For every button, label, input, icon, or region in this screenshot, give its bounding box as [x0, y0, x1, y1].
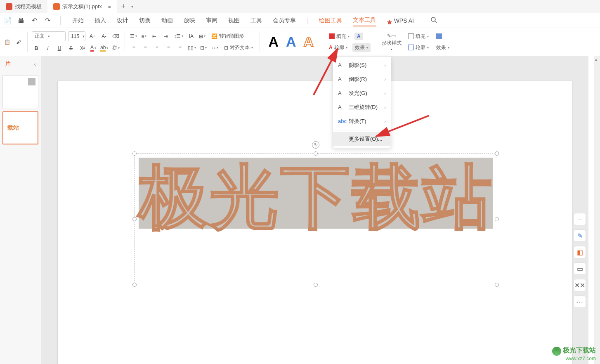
shape-effect-dd[interactable]: 效果▾ — [434, 43, 452, 52]
font-name-select[interactable]: 正文▾ — [32, 31, 66, 41]
spacing-icon[interactable]: ↔▾ — [210, 43, 219, 52]
screen-icon[interactable]: ▭ — [574, 262, 586, 275]
align-right-icon[interactable]: ≡ — [152, 43, 161, 52]
wps-ai-button[interactable]: WPS AI — [387, 14, 414, 27]
panel-tab[interactable]: 片 — [5, 60, 11, 68]
redo-icon[interactable]: ↷ — [43, 16, 52, 25]
tab-slideshow[interactable]: 放映 — [184, 15, 195, 26]
menu-reflection[interactable]: A倒影(R)› — [333, 72, 391, 86]
collapse-icon[interactable]: ‹ — [34, 61, 36, 67]
tab-view[interactable]: 视图 — [228, 15, 240, 26]
menu-glow[interactable]: A发光(G)› — [333, 86, 391, 100]
text-effect-dd[interactable]: 效果▾ — [352, 43, 371, 52]
print-icon[interactable]: 🖶 — [17, 16, 26, 25]
highlight-icon[interactable]: ab▾ — [99, 44, 109, 53]
indent-inc-icon[interactable]: ⇥ — [161, 32, 170, 41]
numbering-icon[interactable]: ≡▾ — [140, 32, 147, 41]
underline-icon[interactable]: U — [55, 44, 64, 53]
wordart-gallery[interactable]: A A A — [263, 34, 319, 50]
grow-font-icon[interactable]: A+ — [88, 32, 97, 41]
tab-dropdown-icon[interactable]: ▾ — [131, 4, 133, 9]
shrink-font-icon[interactable]: A- — [99, 32, 109, 41]
selected-textbox[interactable]: ↻ 极光下载站 — [134, 153, 497, 285]
tab-transition[interactable]: 切换 — [139, 15, 151, 26]
more-icon[interactable]: ⋯ — [574, 295, 586, 308]
tab-review[interactable]: 审阅 — [206, 15, 217, 26]
tab-design[interactable]: 设计 — [117, 15, 128, 26]
submenu-arrow-icon: › — [384, 77, 386, 82]
menu-shadow[interactable]: A阴影(S)› — [333, 58, 391, 72]
wordart-style-3[interactable]: A — [304, 34, 314, 50]
zoom-out-icon[interactable]: − — [574, 213, 586, 225]
shape-format-button[interactable]: ✎▭ 形状样式▾ — [378, 31, 405, 53]
resize-handle[interactable] — [495, 283, 499, 287]
bold-icon[interactable]: B — [32, 44, 41, 53]
tab-animation[interactable]: 动画 — [161, 15, 173, 26]
menu-transform[interactable]: abc转换(T)› — [333, 114, 391, 128]
strike-icon[interactable]: S — [66, 44, 76, 53]
scroll-up-icon[interactable]: ▴ — [595, 57, 597, 61]
resize-handle[interactable] — [314, 283, 318, 287]
resize-handle[interactable] — [495, 217, 499, 221]
inner-margin-icon[interactable]: ⊡▾ — [199, 43, 208, 52]
line-spacing-icon[interactable]: ↕☰▾ — [173, 32, 184, 41]
tab-document[interactable]: 演示文稿(1).pptx ● — [47, 0, 117, 13]
settings-icon[interactable]: ✕✕ — [574, 279, 586, 291]
clear-format-icon[interactable]: ⌫ — [111, 32, 120, 41]
slide-thumb-1[interactable] — [2, 75, 38, 108]
resize-handle[interactable] — [132, 283, 137, 287]
paste-icon[interactable]: 📋 — [2, 38, 12, 47]
tab-drawing-tools[interactable]: 绘图工具 — [319, 15, 342, 26]
font-size-select[interactable]: 115▾ — [68, 31, 85, 41]
menu-3drotation[interactable]: A三维旋转(D)› — [333, 100, 391, 114]
distribute-icon[interactable]: ≡ — [175, 43, 184, 52]
wordart-style-2[interactable]: A — [286, 34, 296, 50]
align-text-button[interactable]: ⊡对齐文本▾ — [222, 43, 255, 52]
color-icon[interactable]: ◧ — [574, 246, 586, 258]
search-icon[interactable] — [430, 15, 437, 26]
tab-templates[interactable]: 找稻壳模板 — [0, 0, 47, 13]
resize-handle[interactable] — [132, 217, 137, 221]
shape-outline-button[interactable]: 轮廓▾ — [406, 43, 431, 52]
tab-member[interactable]: 会员专享 — [273, 15, 296, 26]
pdf-icon[interactable]: 📄 — [3, 16, 12, 25]
slide-canvas-area: ↻ 极光下载站 − ✎ ◧ ▭ ✕✕ ⋯ — [41, 56, 588, 364]
columns-icon[interactable]: ▯▯▾ — [187, 43, 197, 52]
bullets-icon[interactable]: ☰▾ — [129, 32, 138, 41]
text-effect-button[interactable]: A — [354, 33, 363, 40]
indent-dec-icon[interactable]: ⇤ — [150, 32, 159, 41]
new-tab-button[interactable]: + — [117, 2, 130, 11]
rotate-handle[interactable]: ↻ — [312, 141, 319, 149]
text-outline-button[interactable]: A轮廓▾ — [326, 43, 350, 52]
tab-home[interactable]: 开始 — [72, 15, 84, 26]
text-fill-button[interactable]: 填充▾ — [326, 32, 352, 41]
tab-insert[interactable]: 插入 — [94, 15, 106, 26]
wps-ai-icon — [387, 18, 392, 24]
font-color-icon[interactable]: A▾ — [90, 44, 97, 53]
align-center-icon[interactable]: ≡ — [141, 43, 150, 52]
shape-effect-button[interactable] — [434, 33, 444, 40]
vertical-scrollbar[interactable]: ▴ — [594, 56, 600, 364]
superscript-icon[interactable]: X² — [78, 44, 87, 53]
align-left-icon[interactable]: ≡ — [129, 43, 138, 52]
convert-smartart-button[interactable]: 🔀转智能图形 — [209, 32, 246, 40]
slide-thumb-2[interactable]: 载站 — [2, 111, 38, 144]
text-direction-icon[interactable]: IA — [187, 32, 196, 41]
resize-handle[interactable] — [495, 151, 499, 156]
tab-text-tools[interactable]: 文本工具 — [353, 15, 376, 26]
emphasis-icon[interactable]: 拼▾ — [111, 44, 120, 53]
format-painter-icon[interactable]: 🖌 — [14, 38, 23, 47]
resize-handle[interactable] — [132, 151, 137, 156]
italic-icon[interactable]: I — [43, 44, 52, 53]
wordart-text[interactable]: 极光下载站 — [139, 151, 493, 245]
reflection-a-icon: A — [338, 76, 345, 83]
slide[interactable]: ↻ 极光下载站 — [58, 81, 572, 364]
align-justify-icon[interactable]: ≡ — [164, 43, 173, 52]
wordart-style-1[interactable]: A — [268, 34, 279, 50]
undo-icon[interactable]: ↶ — [30, 16, 39, 25]
pen-icon[interactable]: ✎ — [574, 229, 586, 242]
shape-fill-button[interactable]: 填充▾ — [406, 32, 431, 41]
menu-more-settings[interactable]: 更多设置(O)... — [333, 132, 391, 146]
tab-tools[interactable]: 工具 — [250, 15, 262, 26]
tab-stops-icon[interactable]: ⊞▾ — [198, 32, 206, 41]
